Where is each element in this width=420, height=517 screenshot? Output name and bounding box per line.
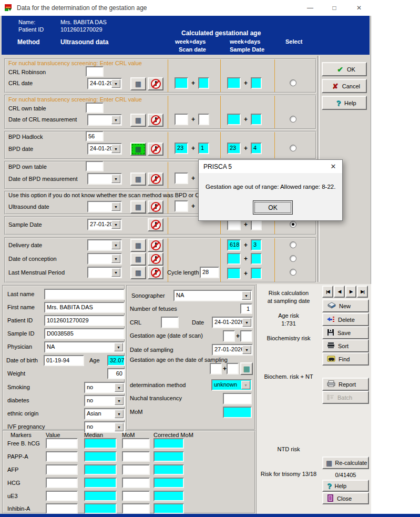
new-button[interactable]: New xyxy=(322,299,369,312)
sort-button[interactable]: Sort xyxy=(322,339,369,352)
select-radio-sample-date[interactable] xyxy=(290,221,296,228)
cancel-button[interactable]: ✘ Cancel xyxy=(322,79,367,93)
ultrasound-calculate-button[interactable]: ▦ xyxy=(130,200,146,214)
crl-own-clear-button[interactable] xyxy=(148,114,163,127)
marker-mom-input[interactable] xyxy=(122,491,150,501)
lmp-dropdown[interactable]: ▼ xyxy=(87,267,122,278)
patient-id-input[interactable]: 1012601270029 xyxy=(44,315,125,326)
sample-date-dropdown[interactable]: 27-01-202 ▼ xyxy=(87,219,122,230)
minimize-button[interactable]: — xyxy=(299,0,322,16)
nav-last-button[interactable]: ▶| xyxy=(357,286,368,298)
crl-own-calculate-button[interactable]: ▦ xyxy=(130,114,146,127)
crl-date-dropdown[interactable]: 24-01-202 ▼ xyxy=(87,78,122,89)
marker-mom-input[interactable] xyxy=(122,438,150,449)
help-button-bottom[interactable]: ? Help xyxy=(322,480,369,492)
delete-button[interactable]: Delete xyxy=(322,313,369,326)
conception-date-dropdown[interactable]: ▼ xyxy=(87,253,122,265)
ultrasound-date-dropdown[interactable]: ▼ xyxy=(87,201,122,212)
bpd-date-dropdown[interactable]: 24-01-202 ▼ xyxy=(87,143,122,155)
marker-value-input[interactable] xyxy=(46,491,78,501)
select-radio-lmp[interactable] xyxy=(290,269,296,276)
ga-scan-days-input[interactable] xyxy=(240,330,252,342)
delivery-calculate-button[interactable]: ▦ xyxy=(130,239,146,252)
marker-value-input[interactable] xyxy=(46,451,78,462)
smoking-dropdown[interactable]: no ▼ xyxy=(84,382,125,393)
determination-method-dropdown[interactable]: unknown ▼ xyxy=(211,379,252,391)
lmp-sample-days xyxy=(251,268,262,279)
ok-button[interactable]: ✔ OK xyxy=(322,62,367,76)
sample-date-clear-button[interactable] xyxy=(148,218,163,231)
close-button[interactable]: ✕ xyxy=(347,0,371,16)
crl-calculate-button[interactable]: ▦ xyxy=(130,77,146,90)
ga-sampling-days-input[interactable] xyxy=(227,363,239,374)
crl-own-table-input[interactable] xyxy=(86,103,104,113)
diabetes-dropdown[interactable]: no ▼ xyxy=(84,395,125,407)
sampling-date-dropdown[interactable]: 27-01-2026 ▼ xyxy=(212,344,253,356)
marker-mom-input[interactable] xyxy=(122,503,150,514)
dob-input[interactable]: 01-19-94 xyxy=(44,355,84,366)
ga-scan-weeks-input[interactable] xyxy=(223,330,235,342)
first-name-input[interactable]: Mrs. BABITA DAS xyxy=(44,302,125,313)
last-name-input[interactable] xyxy=(44,289,125,300)
bpd-hadlock-input[interactable]: 56 xyxy=(86,131,104,141)
bpd-clear-button[interactable] xyxy=(148,143,163,156)
marker-value-input[interactable] xyxy=(46,464,78,475)
conception-calculate-button[interactable]: ▦ xyxy=(130,252,146,266)
ga-sampling-weeks-input[interactable] xyxy=(210,363,222,374)
recalculate-button[interactable]: ▦ Re-calculate xyxy=(322,457,369,469)
select-radio-crl-own-table[interactable] xyxy=(290,116,296,123)
close-app-button[interactable]: Close xyxy=(322,492,369,504)
bpd-calculate-button-active[interactable]: ▦ xyxy=(130,143,146,156)
marker-value-input[interactable] xyxy=(46,503,78,514)
report-button[interactable]: Report xyxy=(322,378,369,391)
marker-value-input[interactable] xyxy=(46,438,78,449)
bpd-own-calculate-button[interactable]: ▦ xyxy=(130,173,146,186)
marker-value-input[interactable] xyxy=(46,478,78,488)
bpd-own-clear-button[interactable] xyxy=(148,173,163,186)
lmp-calculate-button[interactable]: ▦ xyxy=(130,266,146,279)
crl-measurement-date-dropdown[interactable]: ▼ xyxy=(87,114,122,126)
select-radio-crl-robinson[interactable] xyxy=(290,79,296,86)
maximize-button[interactable]: □ xyxy=(323,0,346,16)
conception-clear-button[interactable] xyxy=(148,252,163,266)
sonographer-dropdown[interactable]: NA ▼ xyxy=(173,290,252,301)
ultrasound-clear-button[interactable] xyxy=(148,200,163,214)
ethnic-origin-dropdown[interactable]: Asian ▼ xyxy=(84,408,125,420)
lmp-label: Last Menstrual Period xyxy=(8,269,65,276)
marker-mom-input[interactable] xyxy=(122,451,150,462)
scan-method-note: Use this option if you do not know wheth… xyxy=(8,192,199,199)
marker-mom-input[interactable] xyxy=(122,478,150,488)
ga-sampling-calculate-button[interactable]: ▦ xyxy=(240,362,253,375)
delivery-date-dropdown[interactable]: ▼ xyxy=(87,239,122,251)
lmp-clear-button[interactable] xyxy=(148,266,163,279)
crl-robinson-input[interactable] xyxy=(86,66,104,77)
weight-input[interactable]: 60 xyxy=(107,368,125,379)
ivf-dropdown[interactable]: no ▼ xyxy=(84,421,125,433)
sample-id-input[interactable]: D0038585 xyxy=(44,328,125,339)
nav-first-button[interactable]: |◀ xyxy=(322,286,333,298)
nuchal-translucency-input[interactable] xyxy=(223,393,252,404)
batch-button[interactable]: Batch xyxy=(322,391,369,404)
dialog-ok-button[interactable]: OK xyxy=(253,200,293,215)
select-radio-conception[interactable] xyxy=(290,255,296,262)
bpd-scan-weeks: 23 xyxy=(175,143,188,154)
crl-value-input[interactable] xyxy=(161,317,179,328)
select-radio-delivery-date[interactable] xyxy=(290,241,296,248)
marker-mom-input[interactable] xyxy=(122,464,150,475)
delivery-clear-button[interactable] xyxy=(148,239,163,252)
nav-next-button[interactable]: ▶ xyxy=(345,286,356,298)
age-risk-label: Age risk xyxy=(257,312,321,319)
crl-clear-button[interactable] xyxy=(148,77,163,90)
bpd-measurement-date-dropdown[interactable]: ▼ xyxy=(87,173,122,185)
scan-date-dropdown[interactable]: 24-01-2026 ▼ xyxy=(212,317,253,328)
find-button[interactable]: Find xyxy=(322,352,369,366)
nav-prev-button[interactable]: ◀ xyxy=(334,286,345,298)
cycle-length-input[interactable]: 28 xyxy=(200,267,219,278)
dialog-close-button[interactable]: ✕ xyxy=(324,160,342,173)
select-radio-bpd-hadlock[interactable] xyxy=(290,145,296,151)
bpd-own-table-input[interactable] xyxy=(86,161,104,171)
save-button[interactable]: Save xyxy=(322,326,369,339)
help-button-top[interactable]: ? Help xyxy=(322,96,367,110)
fetuses-input[interactable]: 1 xyxy=(240,303,252,314)
physician-dropdown[interactable]: NA ▼ xyxy=(44,341,125,353)
